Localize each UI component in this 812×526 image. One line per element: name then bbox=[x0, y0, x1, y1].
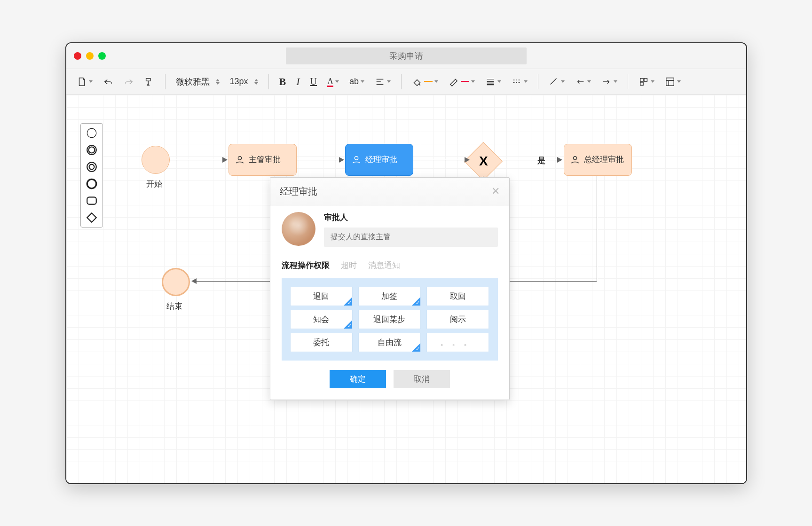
minimize-window-button[interactable] bbox=[86, 52, 94, 60]
avatar bbox=[282, 212, 315, 246]
permission-item[interactable]: 取回✓ bbox=[426, 287, 489, 306]
tab-permissions[interactable]: 流程操作权限 bbox=[282, 260, 330, 271]
task-node-supervisor[interactable]: 主管审批 bbox=[229, 144, 297, 176]
connector-type-button[interactable] bbox=[547, 75, 567, 89]
start-node[interactable] bbox=[142, 146, 170, 174]
permission-item[interactable]: 自由流✓ bbox=[358, 333, 421, 352]
arrange-button[interactable] bbox=[637, 75, 656, 89]
approver-label: 审批人 bbox=[324, 212, 498, 223]
permission-item[interactable]: 退回✓ bbox=[290, 287, 353, 306]
end-node[interactable] bbox=[162, 268, 190, 296]
gateway-yes-label: 是 bbox=[537, 155, 545, 166]
arrow bbox=[597, 176, 598, 281]
arrowhead-icon bbox=[465, 157, 470, 163]
start-label: 开始 bbox=[146, 179, 162, 189]
permission-item[interactable]: 退回某步✓ bbox=[358, 310, 421, 329]
arrowhead-icon bbox=[191, 278, 197, 284]
toolbar: 微软雅黑 13px B I U A ab bbox=[66, 69, 746, 95]
align-button[interactable] bbox=[373, 75, 393, 89]
italic-button[interactable]: I bbox=[294, 74, 301, 90]
new-file-button[interactable] bbox=[75, 75, 95, 89]
caret-down-icon bbox=[471, 80, 475, 83]
caret-down-icon bbox=[614, 80, 617, 83]
palette-circle-bold[interactable] bbox=[85, 177, 98, 190]
caret-down-icon bbox=[651, 80, 654, 83]
strikethrough-button[interactable]: ab bbox=[347, 75, 366, 88]
fill-color-button[interactable] bbox=[410, 75, 440, 89]
caret-down-icon bbox=[561, 80, 565, 83]
node-config-popover: 经理审批 ✕ 审批人 提交人的直接主管 流程操作权限 超时 消息通知 退回✓加签… bbox=[270, 177, 510, 400]
palette-rounded-rect[interactable] bbox=[85, 194, 98, 207]
svg-point-8 bbox=[89, 164, 94, 169]
font-family-select[interactable]: 微软雅黑 bbox=[174, 74, 221, 89]
approver-field[interactable]: 提交人的直接主管 bbox=[324, 228, 498, 247]
svg-rect-1 bbox=[644, 78, 647, 81]
canvas[interactable]: 开始 主管审批 经理审批 X 是 总经理审批 结束 bbox=[66, 95, 746, 483]
underline-button[interactable]: U bbox=[308, 74, 319, 89]
permission-item[interactable]: 加签✓ bbox=[358, 287, 421, 306]
svg-point-6 bbox=[88, 147, 95, 153]
popover-tabs: 流程操作权限 超时 消息通知 bbox=[270, 254, 509, 278]
caret-down-icon bbox=[434, 80, 438, 83]
svg-point-12 bbox=[355, 156, 358, 159]
tab-notify[interactable]: 消息通知 bbox=[368, 260, 400, 271]
bold-button[interactable]: B bbox=[277, 74, 288, 90]
gateway-node[interactable]: X bbox=[464, 141, 502, 180]
permission-item[interactable]: 委托✓ bbox=[290, 333, 353, 352]
svg-rect-10 bbox=[87, 197, 96, 204]
permission-item[interactable]: 阅示✓ bbox=[426, 310, 489, 329]
task-label: 主管审批 bbox=[249, 154, 281, 165]
palette-circle-thin[interactable] bbox=[85, 126, 98, 140]
caret-down-icon bbox=[587, 80, 591, 83]
task-label: 经理审批 bbox=[365, 154, 397, 165]
palette-circle-inner[interactable] bbox=[85, 160, 98, 173]
end-label: 结束 bbox=[166, 301, 182, 312]
font-size-select[interactable]: 13px bbox=[228, 75, 260, 88]
caret-down-icon bbox=[387, 80, 391, 83]
undo-button[interactable] bbox=[101, 75, 115, 89]
font-color-button[interactable]: A bbox=[325, 75, 341, 89]
popover-title: 经理审批 bbox=[280, 185, 317, 198]
palette-diamond[interactable] bbox=[85, 211, 98, 224]
user-icon bbox=[351, 155, 362, 165]
caret-down-icon bbox=[335, 80, 339, 83]
line-style-button[interactable] bbox=[510, 75, 529, 89]
confirm-button[interactable]: 确定 bbox=[330, 370, 386, 388]
titlebar: 采购申请 bbox=[66, 43, 746, 69]
arrowhead-icon bbox=[222, 157, 228, 163]
caret-down-icon bbox=[89, 80, 93, 83]
task-node-gm[interactable]: 总经理审批 bbox=[564, 144, 632, 176]
task-label: 总经理审批 bbox=[584, 154, 624, 165]
arrow bbox=[413, 160, 465, 161]
task-node-manager[interactable]: 经理审批 bbox=[345, 144, 413, 176]
svg-point-4 bbox=[87, 128, 96, 138]
cancel-button[interactable]: 取消 bbox=[394, 370, 450, 388]
tab-timeout[interactable]: 超时 bbox=[341, 260, 357, 271]
svg-point-7 bbox=[87, 162, 96, 172]
permission-item[interactable]: 。。。✓ bbox=[426, 333, 489, 352]
arrow bbox=[297, 160, 339, 161]
arrow-start-button[interactable] bbox=[573, 75, 593, 89]
close-window-button[interactable] bbox=[74, 52, 81, 60]
arrowhead-icon bbox=[557, 157, 562, 163]
layout-button[interactable] bbox=[663, 75, 683, 89]
user-icon bbox=[235, 155, 245, 165]
close-icon[interactable]: ✕ bbox=[491, 185, 500, 197]
format-painter-button[interactable] bbox=[142, 75, 157, 89]
user-icon bbox=[570, 155, 580, 165]
line-width-button[interactable] bbox=[483, 75, 503, 89]
caret-down-icon bbox=[361, 80, 364, 83]
redo-button[interactable] bbox=[122, 75, 136, 89]
svg-point-11 bbox=[238, 156, 241, 159]
permission-item[interactable]: 知会✓ bbox=[290, 310, 353, 329]
arrow-end-button[interactable] bbox=[599, 75, 619, 89]
window-title: 采购申请 bbox=[286, 47, 527, 64]
svg-point-13 bbox=[573, 156, 576, 159]
arrowhead-icon bbox=[339, 157, 344, 163]
svg-rect-2 bbox=[640, 82, 643, 85]
arrow bbox=[170, 160, 222, 161]
maximize-window-button[interactable] bbox=[98, 52, 106, 60]
arrow bbox=[502, 160, 557, 161]
line-color-button[interactable] bbox=[447, 75, 477, 89]
palette-circle-double[interactable] bbox=[85, 143, 98, 157]
